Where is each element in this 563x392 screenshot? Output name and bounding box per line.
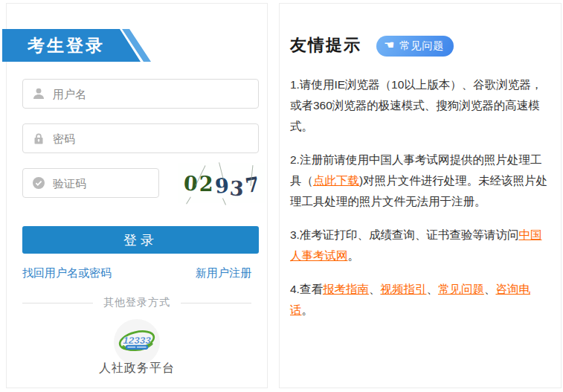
pointing-hand-icon: ☚: [384, 39, 395, 51]
tips-header: 友情提示 ☚ 常见问题: [290, 33, 550, 59]
login-panel-title: 考生登录: [28, 29, 105, 62]
tip-text: 4.查看: [290, 283, 323, 295]
platform-label: 人社政务平台: [7, 361, 267, 376]
captcha-field: [22, 168, 159, 198]
tip-4: 4.查看报考指南、视频指引、常见问题、咨询电话。: [290, 279, 550, 321]
exam-guide-link[interactable]: 报考指南: [323, 283, 369, 295]
captcha-digit: 3: [229, 176, 245, 200]
tips-list: 1.请使用IE浏览器（10以上版本）、谷歌浏览器，或者360浏览器的极速模式、搜…: [290, 74, 550, 321]
tip-text: 。: [302, 303, 314, 316]
tip-1: 1.请使用IE浏览器（10以上版本）、谷歌浏览器，或者360浏览器的极速模式、搜…: [290, 74, 550, 137]
download-photo-tool-link[interactable]: 点此下载: [313, 174, 359, 187]
captcha-noise-line: [222, 198, 226, 205]
tip-3: 3.准考证打印、成绩查询、证书查验等请访问中国人事考试网。: [290, 225, 550, 266]
password-input[interactable]: [53, 132, 251, 145]
faq-link[interactable]: 常见问题: [438, 283, 484, 295]
tip-text: 1.请使用IE浏览器（10以上版本）、谷歌浏览器，或者360浏览器的极速模式、搜…: [290, 78, 542, 132]
captcha-digit: 7: [244, 172, 261, 197]
login-panel: 考生登录: [6, 3, 268, 388]
captcha-digit: 2: [199, 173, 213, 196]
username-input[interactable]: [53, 88, 251, 100]
tip-2: 2.注册前请使用中国人事考试网提供的照片处理工具（点此下载)对照片文件进行处理。…: [290, 150, 550, 212]
tip-text: 、: [426, 283, 438, 295]
tip-text: 。: [348, 249, 360, 262]
tip-text: 3.准考证打印、成绩查询、证书查验等请访问: [290, 228, 518, 241]
other-login-divider: 其他登录方式: [22, 295, 251, 310]
captcha-image[interactable]: 0 2 9 3 7: [178, 163, 266, 203]
tips-panel: 友情提示 ☚ 常见问题 1.请使用IE浏览器（10以上版本）、谷歌浏览器，或者3…: [279, 3, 562, 388]
register-link[interactable]: 新用户注册: [196, 266, 251, 280]
shield-check-icon: [32, 176, 45, 190]
forgot-credentials-link[interactable]: 找回用户名或密码: [22, 266, 112, 280]
shebao-12333-logo[interactable]: 12333: [114, 319, 160, 365]
login-header-ribbon: 考生登录: [2, 29, 152, 62]
lock-icon: [32, 132, 45, 145]
other-login-label: 其他登录方式: [103, 296, 170, 309]
login-button[interactable]: 登录: [22, 226, 259, 254]
faq-button-label: 常见问题: [399, 39, 444, 53]
faq-button[interactable]: ☚ 常见问题: [376, 36, 454, 57]
login-links-row: 找回用户名或密码 新用户注册: [22, 266, 251, 280]
tip-text: 、: [369, 283, 381, 295]
captcha-noise-line: [186, 197, 191, 205]
captcha-input[interactable]: [53, 177, 151, 190]
tip-text: 、: [484, 283, 496, 295]
12333-logo-icon: 12333: [117, 326, 157, 359]
password-field: [22, 123, 259, 153]
logo-number: 12333: [123, 335, 151, 346]
video-guide-link[interactable]: 视频指引: [380, 283, 426, 295]
username-field: [22, 79, 259, 109]
user-icon: [32, 87, 45, 100]
